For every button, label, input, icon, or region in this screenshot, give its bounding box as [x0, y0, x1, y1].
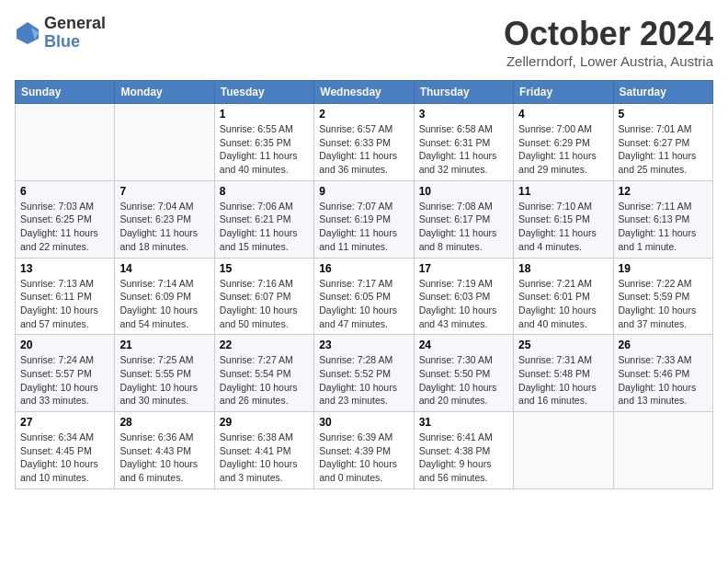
- day-info-line: Sunset: 6:19 PM: [319, 213, 408, 226]
- day-info-line: Sunrise: 6:38 AM: [220, 431, 309, 444]
- day-number: 25: [518, 339, 608, 351]
- day-info-line: Daylight: 11 hours and 25 minutes.: [619, 149, 708, 176]
- calendar-day-cell: 16Sunrise: 7:17 AMSunset: 6:05 PMDayligh…: [314, 258, 414, 335]
- day-number: 14: [119, 262, 209, 275]
- calendar-day-cell: 22Sunrise: 7:27 AMSunset: 5:54 PMDayligh…: [214, 335, 313, 412]
- day-info-line: Sunset: 6:09 PM: [119, 290, 209, 304]
- day-info-line: Sunrise: 7:13 AM: [20, 277, 109, 291]
- day-info-line: Sunrise: 6:58 AM: [419, 122, 508, 136]
- day-info-line: Sunset: 6:15 PM: [518, 213, 608, 226]
- day-number: 21: [119, 339, 209, 351]
- day-info-line: Sunset: 6:29 PM: [518, 136, 608, 150]
- day-number: 12: [619, 185, 708, 198]
- day-number: 18: [518, 262, 608, 275]
- calendar-day-cell: 25Sunrise: 7:31 AMSunset: 5:48 PMDayligh…: [514, 335, 613, 412]
- day-info-line: Sunrise: 7:06 AM: [220, 200, 309, 213]
- day-info-line: Daylight: 10 hours and 20 minutes.: [419, 381, 508, 408]
- calendar-day-cell: 20Sunrise: 7:24 AMSunset: 5:57 PMDayligh…: [16, 335, 115, 412]
- day-number: 13: [20, 262, 109, 275]
- calendar-day-cell: 28Sunrise: 6:36 AMSunset: 4:43 PMDayligh…: [115, 412, 214, 489]
- calendar-day-cell: 17Sunrise: 7:19 AMSunset: 6:03 PMDayligh…: [414, 258, 513, 335]
- calendar-day-cell: 8Sunrise: 7:06 AMSunset: 6:21 PMDaylight…: [214, 180, 313, 258]
- day-info-line: Sunrise: 7:22 AM: [619, 277, 708, 291]
- day-number: 11: [518, 185, 608, 198]
- day-info-line: Sunset: 5:55 PM: [119, 367, 209, 381]
- day-info-line: Sunset: 5:48 PM: [518, 367, 608, 381]
- calendar-day-cell: 5Sunrise: 7:01 AMSunset: 6:27 PMDaylight…: [613, 104, 712, 181]
- calendar-day-cell: 4Sunrise: 7:00 AMSunset: 6:29 PMDaylight…: [514, 104, 613, 181]
- calendar-day-cell: 3Sunrise: 6:58 AMSunset: 6:31 PMDaylight…: [414, 104, 513, 181]
- day-info-line: Sunset: 5:52 PM: [319, 367, 408, 381]
- day-info-line: Sunrise: 7:30 AM: [419, 353, 508, 367]
- day-info-line: Sunset: 5:50 PM: [419, 367, 508, 381]
- day-number: 6: [20, 185, 109, 198]
- day-info-line: Sunrise: 7:25 AM: [119, 353, 209, 367]
- day-info-line: Sunrise: 7:31 AM: [518, 353, 608, 367]
- day-info-line: Sunrise: 7:19 AM: [419, 277, 508, 291]
- day-info-line: Sunrise: 7:16 AM: [220, 277, 309, 291]
- calendar-day-cell: 13Sunrise: 7:13 AMSunset: 6:11 PMDayligh…: [16, 258, 115, 335]
- day-info-line: Daylight: 10 hours and 30 minutes.: [119, 381, 209, 408]
- day-number: 27: [20, 416, 109, 429]
- day-info-line: Sunset: 6:17 PM: [419, 213, 508, 226]
- day-info-line: Sunrise: 7:33 AM: [619, 353, 708, 367]
- day-number: 3: [419, 108, 508, 121]
- calendar-day-cell: 10Sunrise: 7:08 AMSunset: 6:17 PMDayligh…: [414, 180, 513, 258]
- day-number: 22: [220, 339, 309, 351]
- calendar-day-cell: 19Sunrise: 7:22 AMSunset: 5:59 PMDayligh…: [613, 258, 712, 335]
- day-info-line: Sunrise: 7:08 AM: [419, 200, 508, 213]
- day-info-line: Sunset: 5:57 PM: [20, 367, 109, 381]
- day-number: 16: [319, 262, 408, 275]
- day-info-line: Daylight: 10 hours and 54 minutes.: [119, 304, 209, 330]
- calendar-day-cell: 27Sunrise: 6:34 AMSunset: 4:45 PMDayligh…: [16, 412, 115, 489]
- day-info-line: Sunset: 4:38 PM: [419, 444, 508, 458]
- calendar-day-cell: 29Sunrise: 6:38 AMSunset: 4:41 PMDayligh…: [214, 412, 313, 489]
- day-info-line: Sunrise: 7:04 AM: [119, 200, 209, 213]
- day-number: 20: [20, 339, 109, 351]
- calendar-day-cell: [16, 104, 115, 181]
- day-info-line: Daylight: 11 hours and 32 minutes.: [419, 149, 508, 176]
- day-info-line: Sunset: 4:41 PM: [220, 444, 309, 458]
- calendar-day-header: Monday: [115, 81, 214, 104]
- day-info-line: Sunrise: 7:10 AM: [518, 200, 608, 213]
- day-number: 31: [419, 416, 508, 429]
- calendar-day-cell: 12Sunrise: 7:11 AMSunset: 6:13 PMDayligh…: [613, 180, 712, 258]
- day-info-line: Daylight: 10 hours and 13 minutes.: [619, 381, 708, 408]
- location-title: Zellerndorf, Lower Austria, Austria: [504, 53, 713, 69]
- calendar-day-cell: 7Sunrise: 7:04 AMSunset: 6:23 PMDaylight…: [115, 180, 214, 258]
- day-number: 26: [619, 339, 708, 351]
- calendar-day-cell: 18Sunrise: 7:21 AMSunset: 6:01 PMDayligh…: [514, 258, 613, 335]
- day-info-line: Sunrise: 7:24 AM: [20, 353, 109, 367]
- day-info-line: Daylight: 10 hours and 3 minutes.: [220, 457, 309, 484]
- day-info-line: Sunset: 5:46 PM: [619, 367, 708, 381]
- logo-general: General: [44, 15, 106, 33]
- day-number: 10: [419, 185, 508, 198]
- day-info-line: Sunset: 6:27 PM: [619, 136, 708, 150]
- day-number: 23: [319, 339, 408, 351]
- day-info-line: Daylight: 10 hours and 40 minutes.: [518, 304, 608, 330]
- calendar-day-cell: [115, 104, 214, 181]
- calendar-header-row: SundayMondayTuesdayWednesdayThursdayFrid…: [16, 81, 713, 104]
- day-info-line: Daylight: 10 hours and 0 minutes.: [319, 457, 408, 484]
- calendar-day-cell: 21Sunrise: 7:25 AMSunset: 5:55 PMDayligh…: [115, 335, 214, 412]
- day-info-line: Sunset: 5:59 PM: [619, 290, 708, 304]
- day-info-line: Daylight: 11 hours and 22 minutes.: [20, 226, 109, 253]
- day-info-line: Daylight: 11 hours and 15 minutes.: [220, 226, 309, 253]
- calendar-day-header: Saturday: [613, 81, 712, 104]
- day-info-line: Daylight: 11 hours and 1 minute.: [619, 226, 708, 253]
- day-info-line: Daylight: 11 hours and 29 minutes.: [518, 149, 608, 176]
- month-title: October 2024: [504, 15, 713, 53]
- calendar-day-cell: 30Sunrise: 6:39 AMSunset: 4:39 PMDayligh…: [314, 412, 414, 489]
- day-info-line: Sunset: 6:33 PM: [319, 136, 408, 150]
- day-info-line: Daylight: 10 hours and 50 minutes.: [220, 304, 309, 330]
- day-info-line: Daylight: 9 hours and 56 minutes.: [419, 457, 508, 484]
- calendar-day-header: Tuesday: [214, 81, 313, 104]
- day-info-line: Daylight: 10 hours and 37 minutes.: [619, 304, 708, 330]
- calendar-day-cell: 11Sunrise: 7:10 AMSunset: 6:15 PMDayligh…: [514, 180, 613, 258]
- calendar-table: SundayMondayTuesdayWednesdayThursdayFrid…: [15, 80, 713, 489]
- logo: General Blue: [15, 15, 106, 52]
- day-info-line: Sunrise: 6:39 AM: [319, 431, 408, 444]
- day-info-line: Sunrise: 6:55 AM: [220, 122, 309, 136]
- day-info-line: Daylight: 11 hours and 36 minutes.: [319, 149, 408, 176]
- day-info-line: Daylight: 10 hours and 26 minutes.: [220, 381, 309, 408]
